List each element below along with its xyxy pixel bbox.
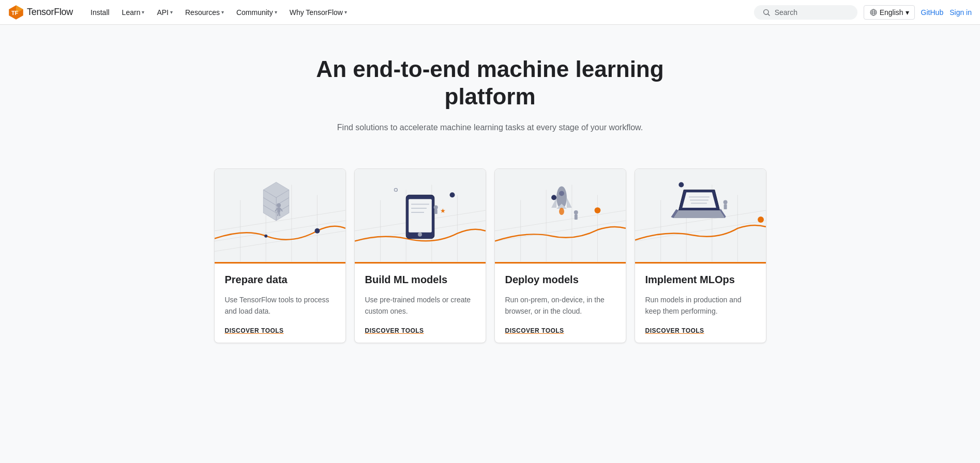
svg-point-26 (277, 203, 281, 207)
nav-why-tf[interactable]: Why TensorFlow ▾ (284, 5, 352, 20)
language-selector[interactable]: English ▾ (864, 5, 915, 20)
svg-marker-75 (673, 210, 725, 218)
card-mlops: Implement MLOps Run models in production… (635, 168, 766, 344)
svg-point-66 (594, 207, 600, 213)
hero-section: An end-to-end machine learning platform … (0, 25, 980, 153)
nav-api[interactable]: API ▾ (152, 5, 178, 20)
svg-point-62 (559, 208, 564, 215)
svg-point-46 (433, 205, 438, 209)
svg-text:★: ★ (440, 207, 445, 214)
nav-links: Install Learn ▾ API ▾ Resources ▾ Commun… (85, 5, 754, 20)
card-link-deploy[interactable]: DISCOVER TOOLS (505, 327, 615, 334)
learn-chevron-icon: ▾ (142, 9, 144, 15)
svg-point-81 (723, 200, 727, 204)
card-illustration-build: ★ (355, 169, 486, 262)
card-title-build: Build ML models (365, 274, 475, 286)
card-link-mlops[interactable]: DISCOVER TOOLS (645, 327, 756, 334)
nav-right: Search English ▾ GitHub Sign in (754, 5, 972, 20)
card-title-prepare: Prepare data (225, 274, 335, 286)
hero-subtitle: Find solutions to accelerate machine lea… (335, 123, 645, 132)
svg-point-65 (551, 195, 556, 200)
svg-rect-27 (277, 207, 280, 212)
card-body-mlops: Implement MLOps Run models in production… (635, 264, 766, 343)
api-chevron-icon: ▾ (170, 9, 173, 15)
nav-install[interactable]: Install (85, 5, 115, 20)
card-desc-mlops: Run models in production and keep them p… (645, 294, 756, 317)
svg-rect-64 (574, 214, 577, 220)
svg-marker-60 (566, 197, 571, 208)
language-label: English (880, 8, 903, 17)
card-body-deploy: Deploy models Run on-prem, on-device, in… (495, 264, 626, 343)
card-illustration-deploy (495, 169, 626, 262)
svg-point-63 (574, 210, 578, 214)
card-desc-deploy: Run on-prem, on-device, in the browser, … (505, 294, 615, 317)
svg-point-83 (679, 182, 684, 187)
hero-title: An end-to-end machine learning platform (309, 56, 671, 111)
nav-learn[interactable]: Learn ▾ (117, 5, 150, 20)
svg-point-61 (559, 191, 564, 196)
logo[interactable]: TF TensorFlow (8, 5, 73, 20)
search-bar[interactable]: Search (754, 5, 857, 20)
svg-point-33 (264, 234, 267, 237)
card-desc-prepare: Use TensorFlow tools to process and load… (225, 294, 335, 317)
card-deploy: Deploy models Run on-prem, on-device, in… (494, 168, 626, 344)
svg-point-49 (394, 188, 397, 191)
card-title-mlops: Implement MLOps (645, 274, 756, 286)
svg-text:TF: TF (11, 9, 19, 16)
svg-rect-82 (723, 204, 727, 209)
search-text: Search (775, 8, 797, 17)
svg-point-84 (758, 217, 764, 223)
nav-community[interactable]: Community ▾ (231, 5, 282, 20)
card-illustration-mlops (635, 169, 766, 262)
card-title-deploy: Deploy models (505, 274, 615, 286)
search-icon (762, 8, 771, 17)
svg-line-31 (279, 212, 280, 216)
card-build-ml: ★ Build ML models Use pre-trained models… (354, 168, 486, 344)
resources-chevron-icon: ▾ (221, 9, 224, 15)
svg-point-50 (449, 192, 455, 197)
card-body-build: Build ML models Use pre-trained models o… (355, 264, 486, 343)
svg-line-30 (278, 212, 278, 216)
svg-point-42 (418, 232, 422, 236)
cards-section: Prepare data Use TensorFlow tools to pro… (0, 153, 980, 375)
card-link-prepare[interactable]: DISCOVER TOOLS (225, 327, 335, 334)
svg-point-32 (314, 228, 320, 233)
community-chevron-icon: ▾ (275, 9, 277, 15)
nav-resources[interactable]: Resources ▾ (180, 5, 229, 20)
svg-line-4 (768, 14, 770, 16)
svg-line-68 (635, 221, 766, 241)
language-chevron-icon: ▾ (906, 8, 909, 17)
logo-text: TensorFlow (27, 7, 73, 18)
signin-link[interactable]: Sign in (949, 8, 972, 17)
svg-rect-47 (434, 209, 437, 214)
card-desc-build: Use pre-trained models or create custom … (365, 294, 475, 317)
why-tf-chevron-icon: ▾ (344, 9, 347, 15)
card-prepare-data: Prepare data Use TensorFlow tools to pro… (214, 168, 346, 344)
tensorflow-logo-icon: TF (8, 5, 24, 20)
svg-line-11 (215, 221, 345, 241)
navbar: TF TensorFlow Install Learn ▾ API ▾ Reso… (0, 0, 980, 25)
github-link[interactable]: GitHub (921, 8, 944, 17)
card-body-prepare: Prepare data Use TensorFlow tools to pro… (215, 264, 345, 343)
svg-line-52 (495, 221, 626, 241)
card-link-build[interactable]: DISCOVER TOOLS (365, 327, 475, 334)
card-illustration-prepare (215, 169, 345, 262)
globe-icon (869, 8, 878, 17)
